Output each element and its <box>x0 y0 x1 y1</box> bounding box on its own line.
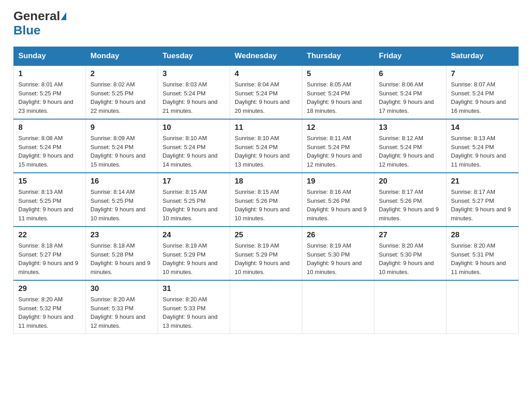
calendar-day-cell: 31 Sunrise: 8:20 AMSunset: 5:33 PMDaylig… <box>158 280 230 334</box>
day-number: 21 <box>451 177 514 186</box>
day-number: 10 <box>163 123 225 132</box>
calendar-week-row: 29 Sunrise: 8:20 AMSunset: 5:32 PMDaylig… <box>14 280 519 334</box>
day-info: Sunrise: 8:15 AMSunset: 5:26 PMDaylight:… <box>235 188 290 222</box>
day-info: Sunrise: 8:13 AMSunset: 5:25 PMDaylight:… <box>18 188 73 222</box>
calendar-day-cell: 29 Sunrise: 8:20 AMSunset: 5:32 PMDaylig… <box>14 280 86 334</box>
day-info: Sunrise: 8:07 AMSunset: 5:24 PMDaylight:… <box>451 81 506 114</box>
logo-blue-text: Blue <box>13 23 41 38</box>
day-info: Sunrise: 8:20 AMSunset: 5:30 PMDaylight:… <box>379 242 434 275</box>
day-info: Sunrise: 8:17 AMSunset: 5:27 PMDaylight:… <box>451 188 511 222</box>
day-number: 13 <box>379 123 442 132</box>
calendar-day-cell: 5 Sunrise: 8:05 AMSunset: 5:24 PMDayligh… <box>302 65 374 119</box>
calendar-day-cell: 16 Sunrise: 8:14 AMSunset: 5:25 PMDaylig… <box>86 173 158 227</box>
calendar-day-cell: 21 Sunrise: 8:17 AMSunset: 5:27 PMDaylig… <box>446 173 519 227</box>
day-number: 19 <box>307 177 369 186</box>
calendar-day-cell: 18 Sunrise: 8:15 AMSunset: 5:26 PMDaylig… <box>230 173 302 227</box>
day-number: 27 <box>379 231 442 240</box>
calendar-day-cell: 6 Sunrise: 8:06 AMSunset: 5:24 PMDayligh… <box>374 65 446 119</box>
day-number: 31 <box>163 284 225 293</box>
day-info: Sunrise: 8:16 AMSunset: 5:26 PMDaylight:… <box>307 188 367 222</box>
day-number: 1 <box>18 69 81 78</box>
day-info: Sunrise: 8:10 AMSunset: 5:24 PMDaylight:… <box>235 135 290 168</box>
day-number: 30 <box>90 284 153 293</box>
calendar-day-cell: 3 Sunrise: 8:03 AMSunset: 5:24 PMDayligh… <box>158 65 230 119</box>
days-of-week-row: SundayMondayTuesdayWednesdayThursdayFrid… <box>14 47 519 66</box>
day-number: 24 <box>163 231 225 240</box>
day-number: 8 <box>18 123 81 132</box>
calendar-day-cell: 17 Sunrise: 8:15 AMSunset: 5:25 PMDaylig… <box>158 173 230 227</box>
calendar-day-cell: 25 Sunrise: 8:19 AMSunset: 5:29 PMDaylig… <box>230 227 302 280</box>
calendar-day-cell: 4 Sunrise: 8:04 AMSunset: 5:24 PMDayligh… <box>230 65 302 119</box>
day-info: Sunrise: 8:01 AMSunset: 5:25 PMDaylight:… <box>18 81 73 114</box>
calendar-week-row: 8 Sunrise: 8:08 AMSunset: 5:24 PMDayligh… <box>14 119 519 173</box>
day-info: Sunrise: 8:12 AMSunset: 5:24 PMDaylight:… <box>379 135 434 168</box>
calendar-day-cell: 20 Sunrise: 8:17 AMSunset: 5:26 PMDaylig… <box>374 173 446 227</box>
day-number: 17 <box>163 177 225 186</box>
calendar-day-cell: 12 Sunrise: 8:11 AMSunset: 5:24 PMDaylig… <box>302 119 374 173</box>
day-info: Sunrise: 8:18 AMSunset: 5:27 PMDaylight:… <box>18 242 78 275</box>
day-of-week-header: Saturday <box>446 47 519 66</box>
calendar-day-cell: 7 Sunrise: 8:07 AMSunset: 5:24 PMDayligh… <box>446 65 519 119</box>
day-number: 4 <box>235 69 297 78</box>
day-of-week-header: Sunday <box>14 47 86 66</box>
page-header: General Blue <box>13 9 519 38</box>
calendar-day-cell: 22 Sunrise: 8:18 AMSunset: 5:27 PMDaylig… <box>14 227 86 280</box>
day-number: 11 <box>235 123 297 132</box>
day-number: 5 <box>307 69 369 78</box>
calendar-week-row: 15 Sunrise: 8:13 AMSunset: 5:25 PMDaylig… <box>14 173 519 227</box>
day-info: Sunrise: 8:03 AMSunset: 5:24 PMDaylight:… <box>163 81 218 114</box>
day-number: 22 <box>18 231 81 240</box>
calendar-day-cell: 19 Sunrise: 8:16 AMSunset: 5:26 PMDaylig… <box>302 173 374 227</box>
day-number: 16 <box>90 177 153 186</box>
day-info: Sunrise: 8:17 AMSunset: 5:26 PMDaylight:… <box>379 188 439 222</box>
day-info: Sunrise: 8:20 AMSunset: 5:33 PMDaylight:… <box>163 296 218 329</box>
day-info: Sunrise: 8:09 AMSunset: 5:24 PMDaylight:… <box>90 135 146 168</box>
calendar-day-cell: 8 Sunrise: 8:08 AMSunset: 5:24 PMDayligh… <box>14 119 86 173</box>
day-info: Sunrise: 8:08 AMSunset: 5:24 PMDaylight:… <box>18 135 73 168</box>
day-number: 20 <box>379 177 442 186</box>
day-number: 29 <box>18 284 81 293</box>
day-info: Sunrise: 8:20 AMSunset: 5:33 PMDaylight:… <box>90 296 146 329</box>
calendar-day-cell: 23 Sunrise: 8:18 AMSunset: 5:28 PMDaylig… <box>86 227 158 280</box>
day-of-week-header: Friday <box>374 47 446 66</box>
day-of-week-header: Wednesday <box>230 47 302 66</box>
day-number: 7 <box>451 69 514 78</box>
calendar-week-row: 1 Sunrise: 8:01 AMSunset: 5:25 PMDayligh… <box>14 65 519 119</box>
calendar-day-cell: 13 Sunrise: 8:12 AMSunset: 5:24 PMDaylig… <box>374 119 446 173</box>
calendar-day-cell: 27 Sunrise: 8:20 AMSunset: 5:30 PMDaylig… <box>374 227 446 280</box>
day-number: 6 <box>379 69 442 78</box>
day-number: 23 <box>90 231 153 240</box>
calendar-day-cell: 28 Sunrise: 8:20 AMSunset: 5:31 PMDaylig… <box>446 227 519 280</box>
calendar-day-cell <box>230 280 302 334</box>
day-info: Sunrise: 8:02 AMSunset: 5:25 PMDaylight:… <box>90 81 146 114</box>
calendar-day-cell: 14 Sunrise: 8:13 AMSunset: 5:24 PMDaylig… <box>446 119 519 173</box>
calendar-day-cell <box>302 280 374 334</box>
day-info: Sunrise: 8:11 AMSunset: 5:24 PMDaylight:… <box>307 135 362 168</box>
calendar-day-cell <box>446 280 519 334</box>
logo: General Blue <box>13 9 66 38</box>
day-info: Sunrise: 8:19 AMSunset: 5:29 PMDaylight:… <box>235 242 290 275</box>
day-number: 28 <box>451 231 514 240</box>
day-info: Sunrise: 8:20 AMSunset: 5:31 PMDaylight:… <box>451 242 506 275</box>
day-number: 3 <box>163 69 225 78</box>
day-info: Sunrise: 8:05 AMSunset: 5:24 PMDaylight:… <box>307 81 362 114</box>
day-number: 2 <box>90 69 153 78</box>
day-number: 15 <box>18 177 81 186</box>
logo-general-text: General <box>13 9 60 23</box>
calendar-day-cell: 2 Sunrise: 8:02 AMSunset: 5:25 PMDayligh… <box>86 65 158 119</box>
day-of-week-header: Thursday <box>302 47 374 66</box>
calendar-day-cell: 9 Sunrise: 8:09 AMSunset: 5:24 PMDayligh… <box>86 119 158 173</box>
day-info: Sunrise: 8:04 AMSunset: 5:24 PMDaylight:… <box>235 81 290 114</box>
day-number: 9 <box>90 123 153 132</box>
day-number: 18 <box>235 177 297 186</box>
day-info: Sunrise: 8:20 AMSunset: 5:32 PMDaylight:… <box>18 296 73 329</box>
calendar-day-cell: 24 Sunrise: 8:19 AMSunset: 5:29 PMDaylig… <box>158 227 230 280</box>
logo-triangle-icon <box>61 12 66 20</box>
day-info: Sunrise: 8:13 AMSunset: 5:24 PMDaylight:… <box>451 135 506 168</box>
calendar-day-cell: 11 Sunrise: 8:10 AMSunset: 5:24 PMDaylig… <box>230 119 302 173</box>
calendar-day-cell: 30 Sunrise: 8:20 AMSunset: 5:33 PMDaylig… <box>86 280 158 334</box>
calendar-table: SundayMondayTuesdayWednesdayThursdayFrid… <box>13 47 519 334</box>
day-number: 25 <box>235 231 297 240</box>
day-of-week-header: Monday <box>86 47 158 66</box>
calendar-day-cell: 26 Sunrise: 8:19 AMSunset: 5:30 PMDaylig… <box>302 227 374 280</box>
